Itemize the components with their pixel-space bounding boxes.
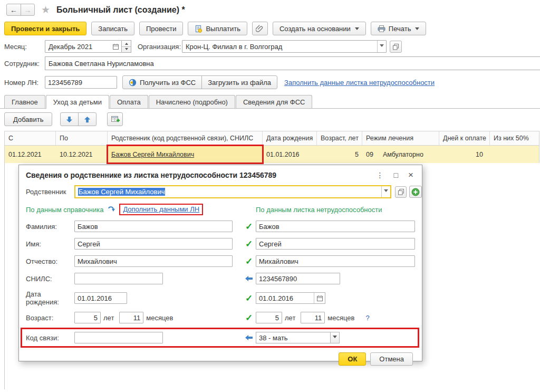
open-organization-button[interactable]	[390, 41, 402, 53]
table-row[interactable]: 01.12.2021 10.12.2021 Бажов Сергей Михай…	[4, 146, 539, 163]
birth-date-catalog-input[interactable]	[74, 292, 127, 304]
fss-buttons-group: Получить из ФСС Загрузить из файла	[122, 75, 277, 89]
get-from-fss-button[interactable]: Получить из ФСС	[123, 76, 201, 89]
employee-field[interactable]: Бажова Светлана Нурисламовна	[45, 56, 540, 70]
age-years-catalog-input[interactable]	[74, 312, 101, 323]
forward-button[interactable]: →	[21, 4, 34, 15]
step-down-icon[interactable]	[122, 46, 131, 53]
patronymic-catalog-input[interactable]	[74, 255, 233, 267]
calendar-icon[interactable]	[314, 293, 325, 303]
dialog-maximize-icon[interactable]: □	[394, 171, 398, 179]
cancel-button[interactable]: Отмена	[370, 352, 413, 366]
relation-code-catalog-input[interactable]	[74, 332, 163, 343]
col-header-treatment[interactable]: Режим лечения	[362, 131, 439, 145]
age-months-catalog-input[interactable]	[119, 312, 143, 323]
col-header-age[interactable]: Возраст, лет	[317, 131, 362, 145]
dialog-close-icon[interactable]: ×	[408, 170, 413, 180]
favorite-star-icon[interactable]: ★	[41, 4, 50, 16]
pick-from-list-button[interactable]	[107, 112, 123, 126]
arrow-left-icon: ←	[10, 6, 17, 14]
fill-sick-leave-data-link[interactable]: Заполнить данные листка нетрудоспособнос…	[284, 79, 435, 87]
dialog-menu-icon[interactable]: ⋮	[377, 171, 384, 179]
relation-code-highlight: Код связи: 38 - мать	[21, 328, 419, 348]
pay-document-icon	[195, 25, 202, 33]
nav-buttons: ← →	[6, 4, 35, 16]
age-help-link[interactable]: ?	[366, 314, 370, 322]
cell-birth-date[interactable]: 01.01.2016	[263, 146, 317, 163]
sick-leave-window: ← → ★ Больничный лист (создание) * Прове…	[0, 0, 540, 392]
col-header-birth-date[interactable]: Дата рождения	[263, 131, 317, 145]
cell-days-payable[interactable]: 10	[439, 146, 490, 163]
chevron-down-icon	[355, 27, 359, 32]
cell-relative-highlighted[interactable]: Бажов Сергей Михайлович	[108, 146, 263, 163]
col-header-days-payable[interactable]: Дней к оплате	[439, 131, 490, 145]
calendar-icon[interactable]	[110, 41, 121, 52]
children-care-grid: С По Родственник (код родственной связи)…	[4, 131, 539, 163]
chevron-down-icon[interactable]	[330, 332, 340, 343]
title-bar: ← → ★ Больничный лист (создание) *	[6, 4, 185, 16]
open-relative-button[interactable]	[395, 186, 407, 198]
ln-number-row: Номер ЛН: Получить из ФСС Загрузить из ф…	[4, 75, 435, 89]
write-button[interactable]: Записать	[91, 22, 134, 35]
tab-accrued-detail[interactable]: Начислено (подробно)	[149, 95, 235, 108]
attach-button[interactable]	[252, 22, 268, 35]
patronymic-ln-input[interactable]	[256, 255, 415, 267]
move-row-down-button[interactable]	[61, 113, 78, 126]
relative-row: Родственник Бажов Сергей Михайлович	[19, 185, 422, 198]
supplement-with-ln-link[interactable]: Дополнить данными ЛН	[123, 205, 199, 213]
match-check-icon: ✓	[245, 294, 253, 303]
fss-logo-icon	[129, 79, 137, 87]
month-stepper[interactable]	[122, 40, 131, 53]
chevron-down-icon[interactable]	[381, 186, 390, 197]
move-row-up-button[interactable]	[78, 113, 96, 126]
cell-of-them-50[interactable]	[490, 146, 539, 163]
tab-child-care[interactable]: Уход за детьми	[46, 95, 109, 109]
age-years-ln-input[interactable]	[256, 312, 282, 323]
surname-ln-input[interactable]	[256, 221, 415, 232]
col-header-of-them-50[interactable]: Из них 50%	[490, 131, 539, 145]
create-relative-button[interactable]	[409, 186, 422, 198]
ok-button[interactable]: ОК	[339, 352, 366, 366]
name-ln-input[interactable]	[256, 238, 415, 250]
years-unit-label: лет	[285, 314, 295, 322]
post-button[interactable]: Провести	[139, 22, 184, 35]
birth-date-ln-field[interactable]: 01.01.2016	[256, 292, 325, 304]
sick-leave-data-header: По данным листка нетрудоспособности	[256, 206, 382, 214]
tab-main[interactable]: Главное	[4, 95, 45, 108]
post-and-close-button[interactable]: Провести и закрыть	[4, 22, 86, 35]
cell-date-to[interactable]: 10.12.2021	[56, 146, 108, 163]
create-based-on-button[interactable]: Создать на основании	[273, 22, 366, 35]
grid-header: С По Родственник (код родственной связи)…	[4, 131, 539, 146]
print-button[interactable]: Печать	[371, 22, 427, 35]
relation-code-label: Код связи:	[26, 334, 74, 342]
name-catalog-input[interactable]	[74, 238, 233, 250]
col-header-relative[interactable]: Родственник (код родственной связи), СНИ…	[108, 131, 263, 145]
curved-arrow-icon	[108, 206, 115, 213]
month-field[interactable]: Декабрь 2021	[45, 40, 122, 53]
pay-button[interactable]: Выплатить	[188, 22, 247, 35]
snils-catalog-input[interactable]	[74, 273, 163, 284]
cell-date-from[interactable]: 01.12.2021	[5, 146, 56, 163]
relative-cell-link[interactable]: Бажов Сергей Михайлович	[111, 151, 194, 158]
col-header-to[interactable]: По	[56, 131, 108, 145]
relative-combo[interactable]: Бажов Сергей Михайлович	[74, 185, 391, 198]
chevron-down-icon[interactable]	[377, 41, 386, 52]
supplement-link-highlight: Дополнить данными ЛН	[119, 204, 203, 215]
relative-selected-text: Бажов Сергей Михайлович	[78, 188, 165, 196]
age-months-ln-input[interactable]	[301, 312, 325, 323]
step-up-icon[interactable]	[122, 41, 131, 46]
organization-field[interactable]: Крон-Ц. Филиал в г. Волгоград	[182, 40, 387, 53]
cell-age[interactable]: 5	[317, 146, 362, 163]
tab-fss-info[interactable]: Сведения для ФСС	[236, 95, 312, 108]
surname-catalog-input[interactable]	[74, 221, 233, 232]
add-row-button[interactable]: Добавить	[4, 112, 52, 126]
back-button[interactable]: ←	[7, 4, 21, 15]
col-header-from[interactable]: С	[5, 131, 56, 145]
load-from-file-button[interactable]: Загрузить из файла	[201, 76, 277, 89]
ln-number-input[interactable]	[45, 76, 117, 89]
snils-ln-input[interactable]	[256, 273, 340, 284]
tab-payment[interactable]: Оплата	[110, 95, 148, 108]
months-unit-label: месяцев	[146, 314, 173, 322]
relation-code-ln-combo[interactable]: 38 - мать	[256, 332, 331, 343]
cell-treatment[interactable]: 09 Амбулаторно	[362, 146, 439, 163]
